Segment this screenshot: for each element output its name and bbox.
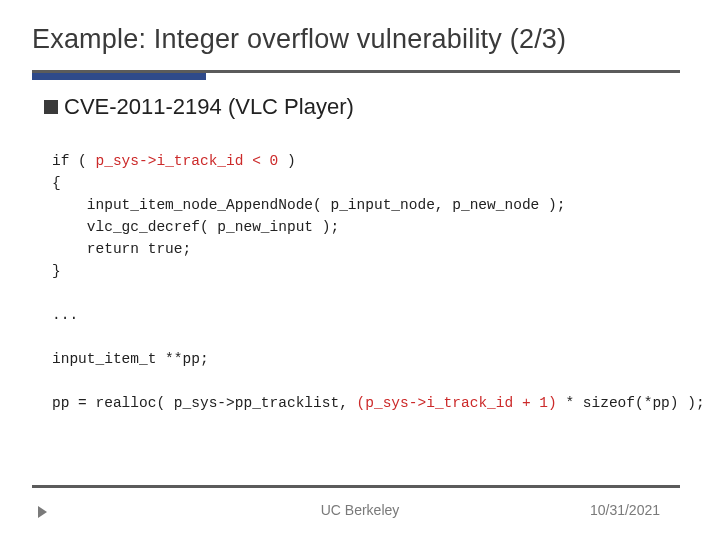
code-line-7: ... bbox=[52, 307, 78, 323]
slide: Example: Integer overflow vulnerability … bbox=[0, 0, 720, 540]
footer-date: 10/31/2021 bbox=[590, 502, 660, 518]
code-line-2: { bbox=[52, 175, 61, 191]
cve-line: CVE-2011-2194 (VLC Player) bbox=[44, 94, 354, 120]
code-line-3: input_item_node_AppendNode( p_input_node… bbox=[52, 197, 565, 213]
code-line-5: return true; bbox=[52, 241, 191, 257]
code-highlight-expr: (p_sys->i_track_id + 1) bbox=[357, 395, 557, 411]
footer-rule bbox=[32, 485, 680, 488]
code-block: if ( p_sys->i_track_id < 0 ) { input_ite… bbox=[52, 150, 705, 414]
code-line-1: if ( p_sys->i_track_id < 0 ) bbox=[52, 153, 296, 169]
code-line-6: } bbox=[52, 263, 61, 279]
title-accent bbox=[32, 73, 206, 80]
code-line-9: pp = realloc( p_sys->pp_tracklist, (p_sy… bbox=[52, 395, 705, 411]
bullet-square-icon bbox=[44, 100, 58, 114]
code-highlight-cond: p_sys->i_track_id < 0 bbox=[96, 153, 279, 169]
cve-text: CVE-2011-2194 (VLC Player) bbox=[64, 94, 354, 119]
code-line-8: input_item_t **pp; bbox=[52, 351, 209, 367]
code-line-4: vlc_gc_decref( p_new_input ); bbox=[52, 219, 339, 235]
slide-title: Example: Integer overflow vulnerability … bbox=[32, 24, 566, 55]
